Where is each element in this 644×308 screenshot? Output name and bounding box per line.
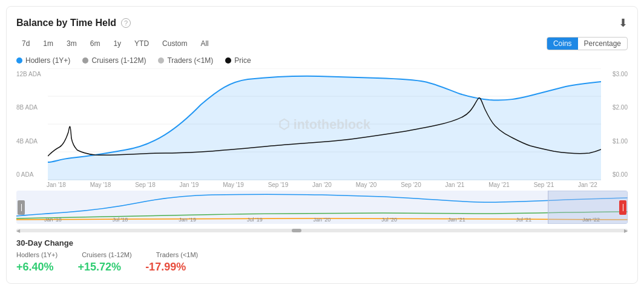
- time-btn-7d[interactable]: 7d: [16, 37, 35, 50]
- time-btn-custom[interactable]: Custom: [157, 37, 192, 50]
- handle-bar-right: [623, 204, 623, 211]
- x-jan21: Jan '21: [445, 182, 465, 188]
- y-left-bottom: 0 ADA: [16, 171, 47, 178]
- x-jan18: Jan '18: [47, 182, 66, 188]
- view-btn-coins[interactable]: Coins: [547, 38, 578, 50]
- time-controls: 7d 1m 3m 6m 1y YTD Custom All Coins Perc…: [16, 37, 628, 50]
- card-title: Balance by Time Held: [16, 18, 116, 28]
- time-btn-1y[interactable]: 1y: [108, 37, 126, 50]
- y-right-bottom: $0.00: [603, 171, 628, 178]
- x-jan19: Jan '19: [180, 182, 199, 188]
- x-sep19: Sep '19: [268, 182, 289, 188]
- time-btn-6m[interactable]: 6m: [85, 37, 106, 50]
- stat-value-hodlers: +6.40%: [16, 261, 54, 274]
- minimap-right-handle[interactable]: [619, 200, 626, 215]
- stat-header-hodlers: Hodlers (1Y+): [16, 251, 58, 258]
- view-toggle: Coins Percentage: [547, 37, 628, 50]
- x-axis: Jan '18 May '18 Sep '18 Jan '19 May '19 …: [16, 182, 628, 188]
- stat-header-cruisers: Cruisers (1-12M): [82, 251, 132, 258]
- x-may19: May '19: [223, 182, 244, 188]
- y-right-2: $2.00: [603, 104, 628, 111]
- scroll-left-arrow[interactable]: ◀: [16, 228, 20, 234]
- mm-jan18: Jan '18: [44, 217, 62, 223]
- legend-price: Price: [225, 56, 251, 65]
- stats-values: +6.40% +15.72% -17.99%: [16, 261, 628, 274]
- chart-svg: ⬡ intotheblock: [48, 68, 601, 180]
- cruisers-dot: [82, 57, 88, 64]
- traders-dot: [158, 57, 164, 64]
- x-jan20: Jan '20: [312, 182, 332, 188]
- y-left-2: 8B ADA: [16, 104, 47, 111]
- cruisers-label: Cruisers (1-12M): [91, 56, 146, 65]
- chart-container: 12B ADA 8B ADA 4B ADA 0 ADA ⬡ intotheblo…: [16, 68, 628, 180]
- mm-jan22: Jan '22: [582, 217, 600, 223]
- x-jan22: Jan '22: [578, 182, 597, 188]
- y-left-top: 12B ADA: [16, 71, 47, 77]
- stat-value-traders: -17.99%: [145, 261, 186, 274]
- time-btn-1m[interactable]: 1m: [38, 37, 59, 50]
- mm-jan20: Jan '20: [314, 217, 331, 223]
- time-btn-3m[interactable]: 3m: [61, 37, 82, 50]
- x-sep18: Sep '18: [135, 182, 156, 188]
- x-may18: May '18: [90, 182, 111, 188]
- y-right-top: $3.00: [603, 71, 628, 77]
- main-chart: ⬡ intotheblock: [48, 68, 601, 180]
- mm-jul21: Jul '21: [516, 217, 532, 223]
- mm-jan21: Jan '21: [448, 217, 465, 223]
- card-header: Balance by Time Held ? ⬇: [16, 16, 628, 30]
- y-axis-right: $3.00 $2.00 $1.00 $0.00: [603, 68, 628, 180]
- scroll-right-arrow[interactable]: ▶: [624, 228, 628, 234]
- legend: Hodlers (1Y+) Cruisers (1-12M) Traders (…: [16, 56, 628, 65]
- stat-header-traders: Traders (<1M): [156, 251, 199, 258]
- x-sep21: Sep '21: [534, 182, 554, 188]
- legend-cruisers: Cruisers (1-12M): [82, 56, 146, 65]
- balance-card: Balance by Time Held ? ⬇ 7d 1m 3m 6m 1y …: [6, 6, 638, 284]
- price-dot: [225, 57, 231, 64]
- stats-section: 30-Day Change Hodlers (1Y+) Cruisers (1-…: [16, 238, 628, 274]
- stats-headers: Hodlers (1Y+) Cruisers (1-12M) Traders (…: [16, 251, 628, 258]
- x-sep20: Sep '20: [401, 182, 421, 188]
- scrollbar[interactable]: ◀ ▶: [16, 229, 628, 232]
- mm-jul20: Jul '20: [381, 217, 397, 223]
- time-buttons: 7d 1m 3m 6m 1y YTD Custom All: [16, 37, 214, 50]
- title-group: Balance by Time Held ?: [16, 18, 131, 28]
- mm-jan19: Jan '19: [179, 217, 196, 223]
- stat-value-cruisers: +15.72%: [78, 261, 122, 274]
- stats-title: 30-Day Change: [16, 238, 628, 247]
- handle-bar: [21, 204, 22, 211]
- minimap-x-labels: Jan '18 Jul '18 Jan '19 Jul '19 Jan '20 …: [16, 217, 628, 223]
- svg-text:⬡ intotheblock: ⬡ intotheblock: [278, 117, 371, 132]
- scrollbar-thumb[interactable]: [292, 229, 301, 232]
- legend-traders: Traders (<1M): [158, 56, 213, 65]
- y-right-3: $1.00: [603, 138, 628, 145]
- minimap[interactable]: Jan '18 Jul '18 Jan '19 Jul '19 Jan '20 …: [16, 191, 628, 224]
- mm-jul19: Jul '19: [247, 217, 263, 223]
- x-may21: May '21: [488, 182, 510, 188]
- hodlers-dot: [16, 57, 22, 64]
- x-may20: May '20: [356, 182, 377, 188]
- price-label: Price: [234, 56, 251, 65]
- hodlers-label: Hodlers (1Y+): [25, 56, 70, 65]
- mm-jul18: Jul '18: [113, 217, 128, 223]
- download-icon[interactable]: ⬇: [619, 16, 628, 30]
- help-icon[interactable]: ?: [121, 18, 131, 28]
- minimap-left-handle[interactable]: [18, 200, 25, 215]
- time-btn-all[interactable]: All: [195, 37, 214, 50]
- y-axis-left: 12B ADA 8B ADA 4B ADA 0 ADA: [16, 68, 47, 180]
- view-btn-percentage[interactable]: Percentage: [578, 38, 627, 50]
- traders-label: Traders (<1M): [167, 56, 213, 65]
- legend-hodlers: Hodlers (1Y+): [16, 56, 70, 65]
- time-btn-ytd[interactable]: YTD: [129, 37, 154, 50]
- y-left-3: 4B ADA: [16, 138, 47, 145]
